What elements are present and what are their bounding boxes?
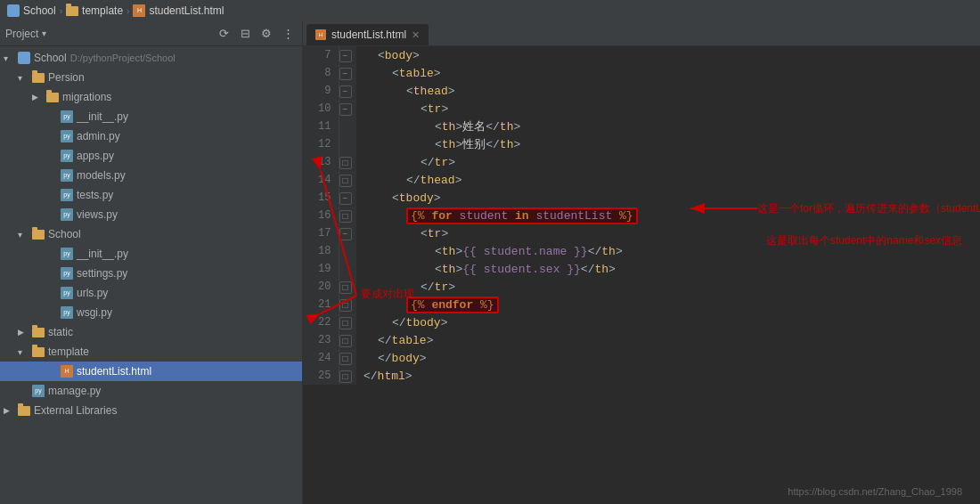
- gutter-8: −: [339, 64, 356, 82]
- fold-24[interactable]: □: [339, 353, 352, 365]
- gutter-16: □: [339, 207, 356, 224]
- tree-item-init-persion[interactable]: py __init__.py: [0, 107, 302, 126]
- line-content-12: <th>性别</th>: [356, 135, 980, 153]
- tree-item-urls[interactable]: py urls.py: [0, 283, 302, 303]
- folder-icon-template: [32, 347, 45, 357]
- dropdown-icon[interactable]: ▾: [42, 28, 46, 38]
- line-num-10: 10: [303, 100, 339, 118]
- tree-item-apps[interactable]: py apps.py: [0, 146, 302, 166]
- tree-item-school-dir[interactable]: ▾ School: [0, 224, 302, 244]
- fold-9[interactable]: −: [339, 85, 352, 98]
- line-num-11: 11: [303, 118, 339, 135]
- breadcrumb-school[interactable]: School: [23, 4, 56, 17]
- breadcrumb-html-icon: H: [133, 4, 145, 17]
- line-content-18: <th>{{ student.name }}</th>: [356, 242, 980, 260]
- tree-item-admin[interactable]: py admin.py: [0, 126, 302, 146]
- tree-label-urls: urls.py: [77, 287, 108, 299]
- line-content-13: </tr>: [356, 153, 980, 171]
- collapse-btn[interactable]: ⊟: [236, 25, 254, 43]
- gutter-12: [339, 135, 356, 153]
- fold-13[interactable]: □: [339, 157, 352, 169]
- tree-label-ext-lib: External Libraries: [34, 404, 117, 417]
- html-icon-studentlist: H: [61, 365, 73, 378]
- fold-21[interactable]: □: [339, 299, 352, 312]
- fold-15[interactable]: −: [339, 192, 352, 205]
- tree-label-settings: settings.py: [77, 267, 127, 280]
- tree-label-tests: tests.py: [77, 189, 113, 201]
- code-editor[interactable]: 7 − <body> 8 − <table>: [303, 46, 980, 504]
- main-container: Project ▾ ⟳ ⊟ ⚙ ⋮ ▾ School D:/pythonProj…: [0, 21, 980, 504]
- gutter-22: □: [339, 313, 356, 331]
- fold-8[interactable]: −: [339, 68, 352, 80]
- fold-23[interactable]: □: [339, 335, 352, 347]
- gutter-25: □: [339, 367, 356, 385]
- line-num-24: 24: [303, 349, 339, 367]
- line-content-15: <tbody>: [356, 189, 980, 207]
- fold-22[interactable]: □: [339, 317, 352, 329]
- py-icon-views: py: [61, 208, 73, 221]
- tree-label-school-dir: School: [48, 228, 81, 240]
- py-icon-init-school: py: [61, 248, 73, 260]
- py-icon-init: py: [61, 110, 73, 123]
- arrow-persion: ▾: [18, 73, 32, 83]
- line-content-19: <th>{{ student.sex }}</th>: [356, 260, 980, 278]
- line-num-25: 25: [303, 367, 339, 385]
- line-num-23: 23: [303, 331, 339, 349]
- tab-label: studentList.html: [331, 28, 406, 41]
- tree-item-school-root[interactable]: ▾ School D:/pythonProject/School: [0, 48, 302, 68]
- fold-14[interactable]: □: [339, 175, 352, 187]
- tree-item-init-school[interactable]: py __init__.py: [0, 244, 302, 264]
- arrow-static: ▶: [18, 328, 32, 337]
- fold-25[interactable]: □: [339, 370, 352, 383]
- tree-label-models: models.py: [77, 169, 126, 182]
- tab-close-btn[interactable]: ✕: [412, 29, 420, 41]
- tree-item-views[interactable]: py views.py: [0, 205, 302, 224]
- bc-sep-2: ›: [127, 6, 129, 16]
- tree-item-studentlist[interactable]: H studentList.html: [0, 362, 302, 381]
- right-panel: H studentList.html ✕ 7 − <body>: [303, 21, 980, 504]
- tree-label-wsgi: wsgi.py: [77, 306, 112, 319]
- file-tree[interactable]: ▾ School D:/pythonProject/School ▾ Persi…: [0, 46, 302, 504]
- tree-item-models[interactable]: py models.py: [0, 166, 302, 185]
- line-num-17: 17: [303, 224, 339, 242]
- arrow-school-dir: ▾: [18, 230, 32, 240]
- tree-item-ext-lib[interactable]: ▶ External Libraries: [0, 401, 302, 420]
- sync-btn[interactable]: ⟳: [215, 25, 233, 43]
- tree-item-settings[interactable]: py settings.py: [0, 264, 302, 283]
- line-content-17: <tr>: [356, 224, 980, 242]
- breadcrumb-template[interactable]: template: [82, 4, 123, 17]
- tree-label-init-school: __init__.py: [77, 248, 128, 260]
- tree-item-migrations[interactable]: ▶ migrations: [0, 87, 302, 107]
- py-icon-models: py: [61, 169, 73, 182]
- watermark: https://blog.csdn.net/Zhang_Chao_1998: [788, 486, 962, 497]
- fold-17[interactable]: −: [339, 228, 352, 240]
- line-content-21: {% endfor %}: [356, 296, 980, 313]
- tree-item-tests[interactable]: py tests.py: [0, 185, 302, 205]
- tab-studentlist[interactable]: H studentList.html ✕: [306, 24, 429, 45]
- tree-item-static[interactable]: ▶ static: [0, 322, 302, 342]
- tree-item-persion[interactable]: ▾ Persion: [0, 68, 302, 87]
- tree-item-manage[interactable]: py manage.py: [0, 381, 302, 401]
- fold-10[interactable]: −: [339, 103, 352, 116]
- fold-7[interactable]: −: [339, 50, 352, 62]
- breadcrumb-file[interactable]: studentList.html: [149, 4, 224, 17]
- tree-label-school: School: [34, 52, 67, 64]
- line-content-14: </thead>: [356, 171, 980, 189]
- arrow-migrations: ▶: [32, 93, 46, 102]
- code-line-13: 13 □ </tr>: [303, 153, 980, 171]
- tree-item-template-dir[interactable]: ▾ template: [0, 342, 302, 362]
- fold-20[interactable]: □: [339, 281, 352, 294]
- breadcrumb-bar: School › template › H studentList.html: [0, 0, 980, 21]
- code-line-10: 10 − <tr>: [303, 100, 980, 118]
- tree-item-wsgi[interactable]: py wsgi.py: [0, 303, 302, 322]
- gutter-21: □: [339, 296, 356, 313]
- gutter-7: −: [339, 46, 356, 64]
- tree-path-school: D:/pythonProject/School: [70, 53, 176, 63]
- fold-16[interactable]: □: [339, 210, 352, 223]
- gutter-19: [339, 260, 356, 278]
- line-num-18: 18: [303, 242, 339, 260]
- line-num-20: 20: [303, 278, 339, 296]
- more-btn[interactable]: ⋮: [279, 25, 297, 43]
- settings-btn[interactable]: ⚙: [257, 25, 275, 43]
- code-line-9: 9 − <thead>: [303, 82, 980, 100]
